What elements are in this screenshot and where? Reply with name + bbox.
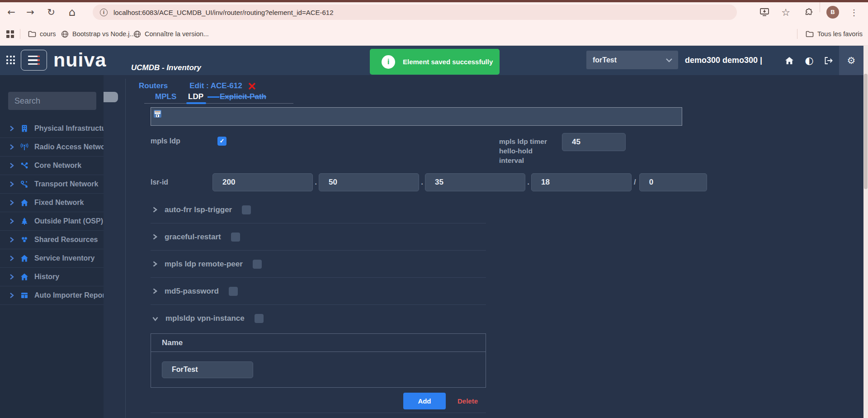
url-bar[interactable]: i localhost:6083/ACE_UCMDB_UI/inv/router… <box>93 5 737 20</box>
sidebar-item-radio-access-network[interactable]: Radio Access Network <box>0 138 104 157</box>
toast-message: Element saved successfully <box>403 58 493 66</box>
reload-icon[interactable]: ↻ <box>43 2 59 22</box>
sidebar-item-service-inventory[interactable]: Service Inventory <box>0 249 104 268</box>
network-nodes-icon <box>20 162 28 170</box>
scrollbar-thumb[interactable] <box>864 74 868 189</box>
vpn-name-input[interactable] <box>162 361 253 378</box>
chevron-right-icon <box>9 292 14 299</box>
app-body: Physical Infrastructure Radio Access Net… <box>0 75 863 418</box>
mpls-ldp-checkbox[interactable]: ✓ <box>217 137 226 146</box>
lsr-mask-input[interactable] <box>639 173 707 191</box>
sidebar-item-shared-resources[interactable]: Shared Resources <box>0 231 104 249</box>
apps-grid-icon[interactable] <box>6 56 15 64</box>
lsr-octet-3-input[interactable] <box>425 173 525 191</box>
lsr-octet-1-input[interactable] <box>212 173 313 191</box>
mpls-ldp-label: mpls ldp <box>151 137 217 145</box>
section-mpls-ldp-remote-peer[interactable]: mpls ldp remote-peer <box>151 251 486 278</box>
section-checkbox[interactable] <box>231 233 240 242</box>
sidebar-item-fixed-network[interactable]: Fixed Network <box>0 194 104 212</box>
section-label: mplsldp vpn-instance <box>165 314 245 323</box>
section-checkbox[interactable] <box>229 287 238 296</box>
chevron-right-icon <box>9 255 14 261</box>
tab-explicit-path[interactable]: Explicit-Path <box>220 92 266 101</box>
folder-icon <box>806 30 814 38</box>
sidebar-item-history[interactable]: History <box>0 268 104 286</box>
sidebar-item-core-network[interactable]: Core Network <box>0 157 104 175</box>
section-checkbox[interactable] <box>253 260 262 269</box>
vpn-instance-table: Name <box>151 333 486 388</box>
save-icon[interactable] <box>154 110 161 118</box>
section-md5-password[interactable]: md5-password <box>151 278 486 305</box>
mask-separator: / <box>634 178 636 187</box>
sidebar-item-physical-infrastructure[interactable]: Physical Infrastructure <box>0 119 104 138</box>
search-input[interactable] <box>8 92 96 110</box>
breadcrumb-edit-label: Edit : ACE-612 <box>189 81 242 90</box>
app-title: UCMDB - Inventory <box>131 63 201 72</box>
home-icon[interactable]: ⌂ <box>64 2 80 22</box>
app-header: nuiva UCMDB - Inventory i Element saved … <box>0 46 868 75</box>
tree-icon <box>20 217 28 225</box>
menu-toggle-button[interactable] <box>21 50 47 71</box>
chevron-right-icon <box>9 218 14 224</box>
bookmark-star-icon[interactable]: ☆ <box>781 2 790 22</box>
sidebar-item-outside-plant[interactable]: Outside Plant (OSP) <box>0 212 104 231</box>
logout-icon[interactable] <box>821 46 837 75</box>
sidebar-item-label: Fixed Network <box>34 199 84 207</box>
browser-menu-icon[interactable]: ⋮ <box>850 2 858 22</box>
toast-info-icon: i <box>382 55 395 69</box>
forward-icon[interactable]: → <box>23 2 38 22</box>
site-info-icon[interactable]: i <box>100 9 108 16</box>
sidebar-item-label: Radio Access Network <box>34 143 112 151</box>
extensions-icon[interactable] <box>803 2 813 22</box>
section-mplsldp-vpn-instance[interactable]: mplsldp vpn-instance <box>151 305 486 332</box>
sidebar: Physical Infrastructure Radio Access Net… <box>0 75 104 418</box>
section-label: mpls ldp remote-peer <box>165 260 243 269</box>
install-icon[interactable] <box>760 2 769 22</box>
building-icon <box>20 124 28 133</box>
home-nav-icon[interactable] <box>781 46 797 75</box>
close-icon[interactable] <box>248 82 256 90</box>
contrast-icon[interactable]: ◐ <box>801 46 817 75</box>
environment-select[interactable]: forTest <box>586 51 678 69</box>
section-auto-frr-lsp-trigger[interactable]: auto-frr lsp-trigger <box>151 196 486 223</box>
bookmark-label: cours <box>40 30 56 38</box>
bookmark-bootstrap[interactable]: Bootstrap vs Node.j... <box>61 28 135 39</box>
section-checkbox[interactable] <box>255 314 264 323</box>
back-icon[interactable]: ← <box>4 2 19 22</box>
section-checkbox[interactable] <box>242 205 251 214</box>
sidebar-item-transport-network[interactable]: Transport Network <box>0 175 104 194</box>
bookmark-cours[interactable]: cours <box>28 28 56 39</box>
browser-toolbar: ← → ↻ ⌂ i localhost:6083/ACE_UCMDB_UI/in… <box>0 2 868 22</box>
table-actions: Add Delete <box>151 393 486 409</box>
nuiva-logo[interactable]: nuiva <box>53 46 106 75</box>
side-apps-icon[interactable] <box>6 28 14 39</box>
name-column-header: Name <box>162 338 183 347</box>
tab-connector-line <box>208 96 219 98</box>
table-row <box>151 352 486 387</box>
page-scrollbar[interactable] <box>863 46 868 418</box>
sidebar-item-auto-importer-reports[interactable]: Auto Importer Reports <box>0 286 104 305</box>
sidebar-item-label: Outside Plant (OSP) <box>34 217 103 225</box>
mpls-ldp-field-row: mpls ldp ✓ <box>151 137 226 146</box>
lsr-octet-2-input[interactable] <box>319 173 419 191</box>
url-text[interactable]: localhost:6083/ACE_UCMDB_UI/inv/router/r… <box>113 9 334 16</box>
tab-mpls[interactable]: MPLS <box>155 92 188 101</box>
lsr-id-label: lsr-id <box>151 178 212 186</box>
chevron-right-icon <box>152 261 158 267</box>
lsr-octet-4-input[interactable] <box>531 173 632 191</box>
section-graceful-restart[interactable]: graceful-restart <box>151 223 486 251</box>
tab-ldp[interactable]: LDP <box>188 92 203 101</box>
chevron-down-icon <box>665 58 673 62</box>
add-button[interactable]: Add <box>403 393 446 409</box>
sidebar-item-label: Transport Network <box>34 180 98 188</box>
delete-button[interactable]: Delete <box>455 397 481 405</box>
table-icon <box>20 291 28 299</box>
panel-scroll-handle[interactable] <box>104 92 118 102</box>
all-bookmarks[interactable]: Tous les favoris <box>806 28 863 39</box>
bookmark-connaitre[interactable]: Connaître la version... <box>133 28 209 39</box>
breadcrumb-routers-link[interactable]: Routers <box>139 81 168 90</box>
tab-baseline <box>144 103 293 104</box>
profile-avatar[interactable]: B <box>826 2 839 22</box>
timer-input[interactable] <box>562 133 626 151</box>
settings-gear-icon[interactable]: ⚙ <box>839 46 863 75</box>
